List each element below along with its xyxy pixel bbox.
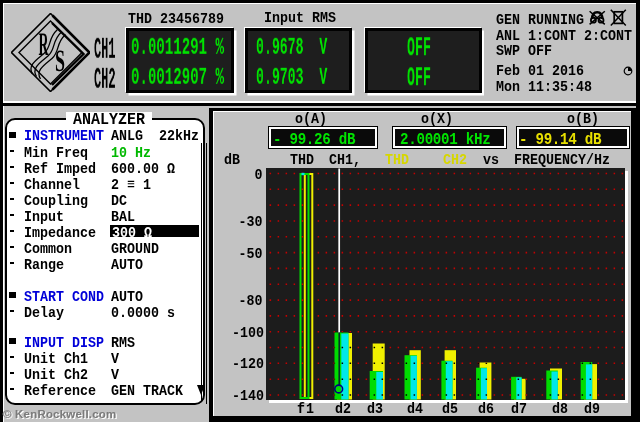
svg-text:S: S (55, 43, 65, 78)
svg-text:R: R (39, 27, 49, 63)
